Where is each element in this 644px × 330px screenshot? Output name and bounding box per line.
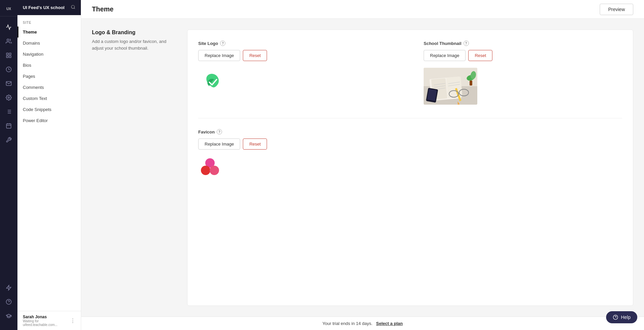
trial-text: Your trial ends in 14 days. [322, 321, 372, 326]
school-thumbnail-reset-button[interactable]: Reset [468, 50, 492, 61]
favicon-section: Favicon ? Replace Image Reset [198, 129, 622, 180]
page-title: Theme [92, 5, 113, 13]
help-fab-label: Help [621, 315, 631, 320]
nav-item-domains[interactable]: Domains [17, 38, 81, 49]
mail-icon[interactable] [2, 77, 15, 90]
school-thumbnail-section: School Thumbnail ? Replace Image Reset [424, 41, 622, 105]
calendar-icon[interactable] [2, 119, 15, 132]
help-fab[interactable]: Help [606, 311, 637, 323]
nav-bottom: Sarah Jonas Waiting for uifeed.teachable… [17, 311, 81, 330]
dashboard-icon[interactable] [2, 49, 15, 62]
svg-marker-17 [6, 285, 11, 290]
panel-heading: Logo & Branding [92, 30, 179, 36]
trial-bar: Your trial ends in 14 days. Select a pla… [81, 317, 644, 330]
favicon-preview [198, 156, 222, 180]
content-area: Logo & Branding Add a custom logo and/or… [81, 19, 644, 317]
graduation-icon[interactable] [2, 309, 15, 323]
nav-user: Sarah Jonas Waiting for uifeed.teachable… [23, 315, 75, 327]
preview-button[interactable]: Preview [600, 4, 633, 15]
site-logo-replace-button[interactable]: Replace Image [198, 50, 240, 61]
site-section-label: SITE [17, 15, 81, 26]
nav-item-theme[interactable]: Theme [17, 26, 81, 38]
nav-item-code-snippets[interactable]: Code Snippets [17, 104, 81, 115]
select-plan-link[interactable]: Select a plan [376, 321, 402, 326]
site-logo-preview [198, 68, 225, 95]
icon-sidebar-bottom [2, 281, 15, 326]
favicon-label: Favicon ? [198, 129, 622, 134]
svg-point-44 [210, 166, 219, 175]
svg-point-0 [7, 39, 9, 41]
logo-thumbnail-row: Site Logo ? Replace Image Reset [198, 41, 622, 105]
tools-icon[interactable] [2, 133, 15, 147]
school-thumbnail-buttons: Replace Image Reset [424, 50, 622, 61]
help-circle-icon[interactable] [2, 295, 15, 309]
favicon-replace-button[interactable]: Replace Image [198, 139, 240, 150]
nav-sidebar: UI Feed's UX school SITE Theme Domains N… [17, 0, 81, 330]
more-options-icon[interactable]: ⋮ [70, 318, 75, 324]
app-title: UI Feed's UX school [23, 5, 64, 10]
revenue-icon[interactable] [2, 63, 15, 76]
svg-point-20 [71, 5, 74, 8]
users-icon[interactable] [2, 35, 15, 48]
svg-rect-4 [6, 56, 8, 58]
school-thumbnail-label: School Thumbnail ? [424, 41, 622, 46]
favicon-buttons: Replace Image Reset [198, 139, 622, 150]
site-logo-buttons: Replace Image Reset [198, 50, 397, 61]
nav-item-navigation[interactable]: Navigation [17, 49, 81, 60]
svg-rect-1 [6, 53, 8, 55]
panel-description: Add a custom logo and/or favicon, and ad… [92, 38, 179, 51]
nav-item-power-editor[interactable]: Power Editor [17, 115, 81, 126]
svg-rect-2 [9, 53, 11, 55]
nav-user-info: Sarah Jonas Waiting for uifeed.teachable… [23, 315, 70, 327]
school-thumbnail-preview [424, 68, 477, 105]
svg-point-6 [8, 97, 10, 99]
site-logo-reset-button[interactable]: Reset [243, 50, 267, 61]
nav-item-comments[interactable]: Comments [17, 82, 81, 93]
content-icon[interactable] [2, 105, 15, 118]
top-bar: Theme Preview [81, 0, 644, 19]
lightning-icon[interactable] [2, 281, 15, 294]
nav-item-custom-text[interactable]: Custom Text [17, 93, 81, 104]
svg-rect-41 [470, 80, 472, 86]
school-thumbnail-help-icon[interactable]: ? [464, 41, 469, 46]
svg-rect-13 [6, 124, 11, 128]
nav-item-pages[interactable]: Pages [17, 71, 81, 82]
icon-sidebar-top [2, 20, 15, 280]
right-card: Site Logo ? Replace Image Reset [187, 30, 633, 306]
site-logo-label: Site Logo ? [198, 41, 397, 46]
school-thumbnail-replace-button[interactable]: Replace Image [424, 50, 466, 61]
favicon-help-icon[interactable]: ? [217, 129, 222, 134]
icon-sidebar: UX [0, 0, 17, 330]
thumbnail-image [424, 68, 477, 105]
svg-point-43 [201, 166, 210, 175]
nav-header: UI Feed's UX school [17, 0, 81, 15]
left-panel: Logo & Branding Add a custom logo and/or… [92, 30, 179, 306]
svg-rect-3 [9, 56, 11, 58]
favicon-reset-button[interactable]: Reset [243, 139, 267, 150]
analytics-icon[interactable] [2, 20, 15, 34]
site-logo-help-icon[interactable]: ? [220, 41, 225, 46]
search-icon[interactable] [71, 5, 75, 10]
nav-user-sub: Waiting for uifeed.teachable.com... [23, 319, 70, 327]
app-logo: UX [6, 7, 11, 11]
site-logo-section: Site Logo ? Replace Image Reset [198, 41, 397, 105]
nav-user-name: Sarah Jonas [23, 315, 70, 319]
svg-line-21 [74, 8, 75, 9]
nav-item-bios[interactable]: Bios [17, 60, 81, 71]
settings-icon[interactable] [2, 91, 15, 104]
section-divider [198, 118, 622, 118]
main-area: Theme Preview Logo & Branding Add a cust… [81, 0, 644, 330]
